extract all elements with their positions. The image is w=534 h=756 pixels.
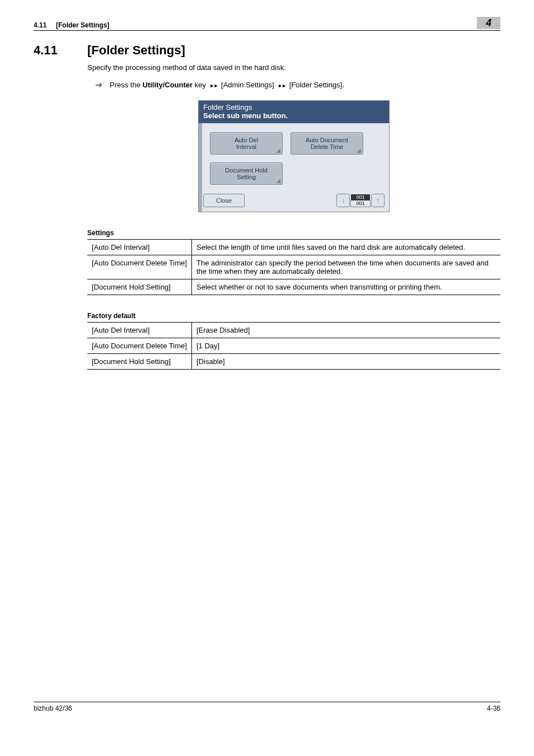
default-name: [Document Hold Setting] xyxy=(87,354,192,370)
defaults-table: [Auto Del Interval] [Erase Disabled] [Au… xyxy=(87,322,500,370)
settings-table: [Auto Del Interval] Select the length of… xyxy=(87,239,500,295)
navigation-path: ➔ Press the Utility/Counter key ►► [Admi… xyxy=(87,80,500,90)
nav-key: Utility/Counter xyxy=(143,81,193,89)
footer-right: 4-36 xyxy=(487,704,500,712)
table-row: [Auto Document Delete Time] [1 Day] xyxy=(87,338,500,354)
default-value: [Erase Disabled] xyxy=(192,323,501,338)
btn-line1: Document Hold xyxy=(225,167,268,174)
table-row: [Auto Del Interval] [Erase Disabled] xyxy=(87,323,500,338)
submenu-corner-icon xyxy=(276,179,280,183)
submenu-corner-icon xyxy=(276,148,280,153)
panel-subtitle: Select sub menu button. xyxy=(203,111,385,120)
table-row: [Auto Document Delete Time] The administ… xyxy=(87,255,500,279)
default-value: [Disable] xyxy=(192,354,501,370)
nav-step-2: [Folder Settings]. xyxy=(289,81,344,89)
device-screenshot: Folder Settings Select sub menu button. … xyxy=(198,100,390,212)
section-intro: Specify the processing method of data sa… xyxy=(87,63,500,72)
setting-desc: Select whether or not to save documents … xyxy=(192,279,501,295)
defaults-heading: Factory default xyxy=(87,312,500,320)
nav-prefix: Press the xyxy=(110,81,143,89)
running-header: 4.11 [Folder Settings] 4 xyxy=(34,17,500,31)
table-row: [Auto Del Interval] Select the length of… xyxy=(87,240,500,255)
section-number: 4.11 xyxy=(34,43,87,58)
page-total: 001 xyxy=(350,200,371,207)
footer-left: bizhub 42/36 xyxy=(34,704,72,712)
setting-name: [Auto Document Delete Time] xyxy=(87,255,192,279)
setting-name: [Auto Del Interval] xyxy=(87,240,192,255)
table-row: [Document Hold Setting] [Disable] xyxy=(87,354,500,370)
header-section-name: [Folder Settings] xyxy=(56,21,109,29)
btn-line2: Delete Time xyxy=(311,143,344,150)
btn-line2: Interval xyxy=(236,143,256,150)
section-title: [Folder Settings] xyxy=(87,43,185,58)
default-value: [1 Day] xyxy=(192,338,501,354)
header-section-num: 4.11 xyxy=(34,21,46,29)
page-up-button[interactable]: ↑ xyxy=(371,194,385,207)
setting-desc: The administrator can specify the period… xyxy=(192,255,501,279)
arrow-icon: ➔ xyxy=(92,80,105,90)
chapter-tab: 4 xyxy=(477,17,500,29)
page-footer: bizhub 42/36 4-36 xyxy=(34,702,500,712)
panel-header: Folder Settings Select sub menu button. xyxy=(199,101,389,123)
nav-step-1: [Admin Settings] xyxy=(221,81,274,89)
nav-key-after: key xyxy=(193,81,208,89)
setting-desc: Select the length of time until files sa… xyxy=(192,240,501,255)
btn-line2: Setting xyxy=(237,174,256,180)
settings-heading: Settings xyxy=(87,229,500,237)
submenu-corner-icon xyxy=(357,148,361,153)
auto-del-interval-button[interactable]: Auto Del Interval xyxy=(210,132,283,155)
setting-name: [Document Hold Setting] xyxy=(87,279,192,295)
close-button[interactable]: Close xyxy=(203,194,245,207)
page-down-button[interactable]: ↓ xyxy=(336,194,350,207)
default-name: [Auto Document Delete Time] xyxy=(87,338,192,354)
default-name: [Auto Del Interval] xyxy=(87,323,192,338)
chevron-right-icon: ►► xyxy=(208,83,219,88)
btn-line1: Auto Document xyxy=(306,137,348,143)
table-row: [Document Hold Setting] Select whether o… xyxy=(87,279,500,295)
document-hold-setting-button[interactable]: Document Hold Setting xyxy=(210,162,283,185)
btn-line1: Auto Del xyxy=(235,137,258,143)
page-current: 001 xyxy=(351,194,370,200)
header-section-label: 4.11 [Folder Settings] xyxy=(34,21,109,29)
paginator: ↓ 001 001 ↑ xyxy=(336,194,385,207)
chevron-right-icon: ►► xyxy=(276,83,287,88)
auto-document-delete-time-button[interactable]: Auto Document Delete Time xyxy=(291,132,363,155)
page-counter: 001 001 xyxy=(351,194,370,207)
panel-title: Folder Settings xyxy=(203,103,385,111)
